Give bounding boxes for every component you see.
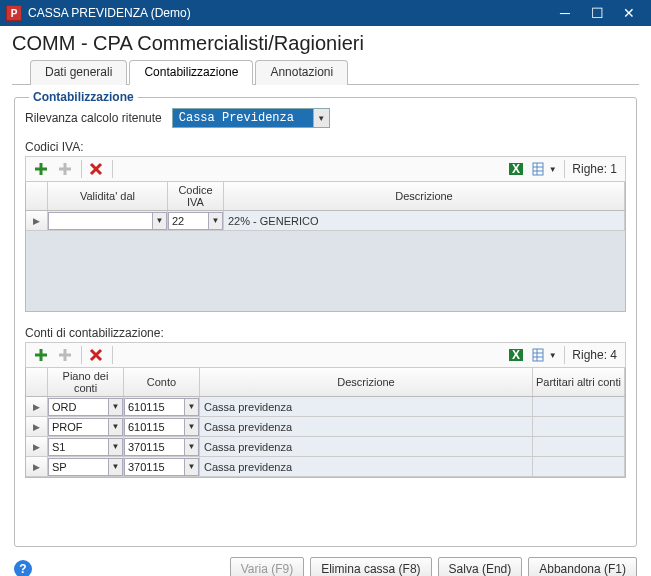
help-icon[interactable]: ? (14, 560, 32, 576)
header: COMM - CPA Commercialisti/Ragionieri Dat… (0, 26, 651, 85)
tab-contabilizzazione[interactable]: Contabilizzazione (129, 60, 253, 85)
tab-annotazioni[interactable]: Annotazioni (255, 60, 348, 85)
insert-row-button[interactable] (54, 345, 76, 365)
cell-descrizione: Cassa previdenza (200, 457, 533, 477)
grid-options-button[interactable]: ▼ (529, 345, 559, 365)
rilevanza-row: Rilevanza calcolo ritenute ▼ (25, 108, 626, 128)
rilevanza-label: Rilevanza calcolo ritenute (25, 111, 162, 125)
delete-row-button[interactable] (85, 345, 107, 365)
cell-validita[interactable]: ▼ (48, 211, 168, 231)
conti-grid[interactable]: Piano dei conti Conto Descrizione Partit… (25, 368, 626, 478)
chevron-down-icon[interactable]: ▼ (109, 438, 123, 456)
svg-rect-2 (533, 163, 543, 175)
cell-partitari[interactable] (533, 397, 625, 417)
elimina-cassa-button[interactable]: Elimina cassa (F8) (310, 557, 431, 576)
chevron-down-icon[interactable]: ▼ (313, 109, 329, 127)
add-row-button[interactable] (30, 159, 52, 179)
varia-button[interactable]: Varia (F9) (230, 557, 304, 576)
conti-label: Conti di contabilizzazione: (25, 326, 626, 340)
chevron-down-icon[interactable]: ▼ (109, 458, 123, 476)
row-handle[interactable]: ▶ (26, 457, 48, 477)
titlebar: P CASSA PREVIDENZA (Demo) ─ ☐ ✕ (0, 0, 651, 26)
codici-iva-toolbar: X ▼ Righe: 1 (25, 156, 626, 182)
conti-toolbar: X ▼ Righe: 4 (25, 342, 626, 368)
tab-dati-generali[interactable]: Dati generali (30, 60, 127, 85)
chevron-down-icon[interactable]: ▼ (185, 458, 199, 476)
codici-iva-rowcount: Righe: 1 (568, 162, 621, 176)
svg-rect-5 (533, 349, 543, 361)
tabs: Dati generali Contabilizzazione Annotazi… (12, 59, 639, 85)
salva-button[interactable]: Salva (End) (438, 557, 523, 576)
table-row[interactable]: ▶SP▼370115▼Cassa previdenza (26, 457, 625, 477)
window-title: CASSA PREVIDENZA (Demo) (28, 6, 549, 20)
abbandona-button[interactable]: Abbandona (F1) (528, 557, 637, 576)
cell-conto[interactable]: 370115▼ (124, 437, 200, 457)
page-title: COMM - CPA Commercialisti/Ragionieri (12, 32, 639, 55)
svg-text:X: X (512, 348, 520, 362)
row-handle[interactable]: ▶ (26, 417, 48, 437)
chevron-down-icon[interactable]: ▼ (185, 418, 199, 436)
cell-descrizione: Cassa previdenza (200, 397, 533, 417)
col-rowselector[interactable] (26, 368, 48, 396)
cell-descrizione: Cassa previdenza (200, 437, 533, 457)
chevron-down-icon[interactable]: ▼ (185, 398, 199, 416)
col-descrizione[interactable]: Descrizione (224, 182, 625, 210)
conti-rowcount: Righe: 4 (568, 348, 621, 362)
cell-descrizione: 22% - GENERICO (224, 211, 625, 231)
table-row[interactable]: ▶▼22▼22% - GENERICO (26, 211, 625, 231)
minimize-button[interactable]: ─ (549, 0, 581, 26)
codici-iva-grid[interactable]: Validita' dal Codice IVA Descrizione ▶▼2… (25, 182, 626, 312)
cell-descrizione: Cassa previdenza (200, 417, 533, 437)
fieldset-legend: Contabilizzazione (29, 90, 138, 104)
cell-codice-iva[interactable]: 22▼ (168, 211, 224, 231)
app-icon: P (6, 5, 22, 21)
row-handle[interactable]: ▶ (26, 211, 48, 231)
cell-conto[interactable]: 610115▼ (124, 417, 200, 437)
cell-piano-conti[interactable]: ORD▼ (48, 397, 124, 417)
insert-row-button[interactable] (54, 159, 76, 179)
chevron-down-icon[interactable]: ▼ (153, 212, 167, 230)
table-row[interactable]: ▶PROF▼610115▼Cassa previdenza (26, 417, 625, 437)
export-excel-button[interactable]: X (505, 159, 527, 179)
cell-conto[interactable]: 370115▼ (124, 457, 200, 477)
export-excel-button[interactable]: X (505, 345, 527, 365)
rilevanza-input[interactable] (173, 109, 313, 127)
row-handle[interactable]: ▶ (26, 437, 48, 457)
footer-buttons: ? Varia (F9) Elimina cassa (F8) Salva (E… (0, 551, 651, 576)
cell-conto[interactable]: 610115▼ (124, 397, 200, 417)
col-partitari[interactable]: Partitari altri conti (533, 368, 625, 396)
delete-row-button[interactable] (85, 159, 107, 179)
chevron-down-icon[interactable]: ▼ (109, 398, 123, 416)
col-conto[interactable]: Conto (124, 368, 200, 396)
tab-content: Contabilizzazione Rilevanza calcolo rite… (0, 85, 651, 551)
grid-options-button[interactable]: ▼ (529, 159, 559, 179)
chevron-down-icon[interactable]: ▼ (185, 438, 199, 456)
chevron-down-icon[interactable]: ▼ (209, 212, 223, 230)
col-validita[interactable]: Validita' dal (48, 182, 168, 210)
cell-partitari[interactable] (533, 417, 625, 437)
table-row[interactable]: ▶S1▼370115▼Cassa previdenza (26, 437, 625, 457)
col-rowselector[interactable] (26, 182, 48, 210)
cell-partitari[interactable] (533, 457, 625, 477)
row-handle[interactable]: ▶ (26, 397, 48, 417)
col-piano-conti[interactable]: Piano dei conti (48, 368, 124, 396)
rilevanza-combo[interactable]: ▼ (172, 108, 330, 128)
table-row[interactable]: ▶ORD▼610115▼Cassa previdenza (26, 397, 625, 417)
cell-partitari[interactable] (533, 437, 625, 457)
codici-iva-label: Codici IVA: (25, 140, 626, 154)
col-codice-iva[interactable]: Codice IVA (168, 182, 224, 210)
contabilizzazione-fieldset: Contabilizzazione Rilevanza calcolo rite… (14, 97, 637, 547)
chevron-down-icon[interactable]: ▼ (109, 418, 123, 436)
cell-piano-conti[interactable]: S1▼ (48, 437, 124, 457)
col-descrizione[interactable]: Descrizione (200, 368, 533, 396)
svg-text:X: X (512, 162, 520, 176)
add-row-button[interactable] (30, 345, 52, 365)
close-button[interactable]: ✕ (613, 0, 645, 26)
maximize-button[interactable]: ☐ (581, 0, 613, 26)
cell-piano-conti[interactable]: PROF▼ (48, 417, 124, 437)
cell-piano-conti[interactable]: SP▼ (48, 457, 124, 477)
